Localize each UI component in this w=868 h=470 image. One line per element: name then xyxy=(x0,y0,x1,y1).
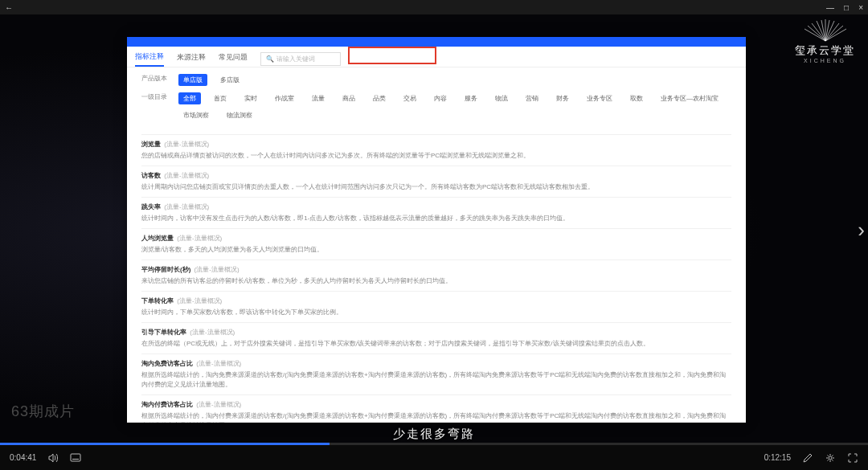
tab-metric-notes[interactable]: 指标注释 xyxy=(135,51,164,67)
category-opt[interactable]: 内容 xyxy=(429,92,452,104)
term-title: 跳失率 (流量-流量概况) xyxy=(141,202,731,212)
category-opt[interactable]: 服务 xyxy=(460,92,482,104)
term-description: 您的店铺或商品详情页被访问的次数，一个人在统计时间内访问多次记为多次。所有终端的… xyxy=(141,151,731,161)
category-opt[interactable]: 物流洞察 xyxy=(222,109,257,121)
category-opt[interactable]: 流量 xyxy=(307,92,330,104)
category-opt[interactable]: 营销 xyxy=(521,92,543,104)
minimize-button[interactable]: — xyxy=(826,3,834,12)
back-button[interactable]: ← xyxy=(5,3,13,12)
window-titlebar: ← — □ × xyxy=(0,0,868,14)
term-description: 在所选的终端（PC或无线）上，对于店外搜索关键词，是指引导下单买家数/该关键词带… xyxy=(141,339,731,349)
term-description: 统计时间内，下单买家数/访客数，即该访客中转化为下单买家的比例。 xyxy=(141,308,731,317)
category-label: 一级目录 xyxy=(141,92,170,101)
term-description: 根据所选终端统计的，淘内付费来源渠道的访客数/(淘内免费渠道来源的访客数+淘内付… xyxy=(141,411,731,423)
background-title: 63期成片 xyxy=(11,402,75,421)
video-area[interactable]: 玺承云学堂 XICHENG 指标注释 来源注释 常见问题 🔍 请输入关键词 产品… xyxy=(0,14,868,445)
term-block: 引导下单转化率 (流量-流量概况)在所选的终端（PC或无线）上，对于店外搜索关键… xyxy=(141,322,731,354)
category-opt[interactable]: 业务专区—农村淘宝 xyxy=(656,92,723,104)
category-opt[interactable]: 实时 xyxy=(240,92,262,104)
edit-icon[interactable] xyxy=(802,452,813,464)
tab-row: 指标注释 来源注释 常见问题 🔍 请输入关键词 xyxy=(127,47,746,67)
term-title: 平均停留时长(秒) (流量-流量概况) xyxy=(141,265,731,275)
close-button[interactable]: × xyxy=(858,3,863,12)
category-opt[interactable]: 品类 xyxy=(368,92,391,104)
term-title: 下单转化率 (流量-流量概况) xyxy=(141,296,731,306)
next-video-button[interactable]: › xyxy=(858,218,865,243)
category-opt[interactable]: 交易 xyxy=(399,92,421,104)
svg-rect-0 xyxy=(71,454,80,461)
category-opt[interactable]: 取数 xyxy=(625,92,648,104)
tab-source-notes[interactable]: 来源注释 xyxy=(177,52,206,66)
term-block: 访客数 (流量-流量概况)统计周期内访问您店铺页面或宝贝详情页的去重人数，一个人… xyxy=(141,166,731,197)
volume-icon[interactable] xyxy=(47,452,59,464)
category-opt[interactable]: 首页 xyxy=(209,92,231,104)
current-time: 0:04:41 xyxy=(10,453,36,462)
term-block: 浏览量 (流量-流量概况)您的店铺或商品详情页被访问的次数，一个人在统计时间内访… xyxy=(141,134,731,166)
book-fan-icon xyxy=(801,19,850,42)
watermark-title: 玺承云学堂 xyxy=(795,43,855,58)
version-label: 产品版本 xyxy=(141,74,170,83)
term-description: 根据所选终端统计的，淘内免费来源渠道的访客数/(淘内免费渠道来源的访客数+淘内付… xyxy=(141,370,731,390)
term-title: 浏览量 (流量-流量概况) xyxy=(141,140,731,149)
term-description: 浏览量/访客数，多天的人均浏览量为各天人均浏览量的日均值。 xyxy=(141,245,731,255)
category-opt[interactable]: 财务 xyxy=(551,92,574,104)
term-title: 淘内付费访客占比 (流量-流量概况) xyxy=(141,400,731,410)
term-block: 淘内付费访客占比 (流量-流量概况)根据所选终端统计的，淘内付费来源渠道的访客数… xyxy=(141,394,731,423)
maximize-button[interactable]: □ xyxy=(844,3,849,12)
category-opt[interactable]: 全部 xyxy=(178,92,201,104)
caption-icon[interactable] xyxy=(70,452,81,464)
term-description: 来访您店铺的所有访客总的停留时长/访客数，单位为秒，多天的人均停留时长为各天人均… xyxy=(141,276,731,286)
total-time: 0:12:15 xyxy=(764,453,791,462)
search-input[interactable]: 🔍 请输入关键词 xyxy=(260,52,341,66)
fullscreen-icon[interactable] xyxy=(847,452,858,464)
progress-fill xyxy=(0,443,330,445)
version-opt-single[interactable]: 单店版 xyxy=(178,74,207,86)
watermark-subtitle: XICHENG xyxy=(795,58,855,63)
term-block: 人均浏览量 (流量-流量概况)浏览量/访客数，多天的人均浏览量为各天人均浏览量的… xyxy=(141,228,731,260)
svg-rect-1 xyxy=(72,459,79,460)
brand-watermark: 玺承云学堂 XICHENG xyxy=(795,19,855,63)
document-panel: 指标注释 来源注释 常见问题 🔍 请输入关键词 产品版本 单店版 多店版 一级目… xyxy=(127,37,746,423)
term-description: 统计时间内，访客中没有发生点击行为的人数/访客数，即1-点击人数/访客数，该指标… xyxy=(141,214,731,223)
category-opt[interactable]: 物流 xyxy=(490,92,513,104)
category-opt[interactable]: 商品 xyxy=(338,92,360,104)
category-opt[interactable]: 业务专区 xyxy=(582,92,617,104)
version-opt-multi[interactable]: 多店版 xyxy=(215,74,244,86)
term-description: 统计周期内访问您店铺页面或宝贝详情页的去重人数，一个人在统计时间范围内访问多次只… xyxy=(141,182,731,192)
terms-list: 浏览量 (流量-流量概况)您的店铺或商品详情页被访问的次数，一个人在统计时间内访… xyxy=(127,134,746,423)
term-block: 下单转化率 (流量-流量概况)统计时间内，下单买家数/访客数，即该访客中转化为下… xyxy=(141,291,731,322)
term-block: 平均停留时长(秒) (流量-流量概况)来访您店铺的所有访客总的停留时长/访客数，… xyxy=(141,260,731,291)
player-controls: 0:04:41 0:12:15 xyxy=(0,445,868,470)
subtitle-text: 少走很多弯路 xyxy=(393,427,475,442)
term-title: 淘内免费访客占比 (流量-流量概况) xyxy=(141,359,731,369)
term-block: 跳失率 (流量-流量概况)统计时间内，访客中没有发生点击行为的人数/访客数，即1… xyxy=(141,197,731,228)
filter-section: 产品版本 单店版 多店版 一级目录 全部首页实时作战室流量商品品类交易内容服务物… xyxy=(127,67,746,134)
tab-faq[interactable]: 常见问题 xyxy=(219,52,248,66)
term-block: 淘内免费访客占比 (流量-流量概况)根据所选终端统计的，淘内免费来源渠道的访客数… xyxy=(141,354,731,394)
search-placeholder: 请输入关键词 xyxy=(276,55,315,63)
header-bar xyxy=(127,37,746,47)
settings-icon[interactable] xyxy=(825,452,836,464)
term-title: 人均浏览量 (流量-流量概况) xyxy=(141,234,731,243)
svg-point-2 xyxy=(829,456,832,460)
category-opt[interactable]: 作战室 xyxy=(270,92,299,104)
progress-bar[interactable] xyxy=(0,443,868,445)
search-icon: 🔍 xyxy=(266,55,274,63)
term-title: 访客数 (流量-流量概况) xyxy=(141,171,731,181)
term-title: 引导下单转化率 (流量-流量概况) xyxy=(141,328,731,337)
category-opt[interactable]: 市场洞察 xyxy=(178,109,214,121)
